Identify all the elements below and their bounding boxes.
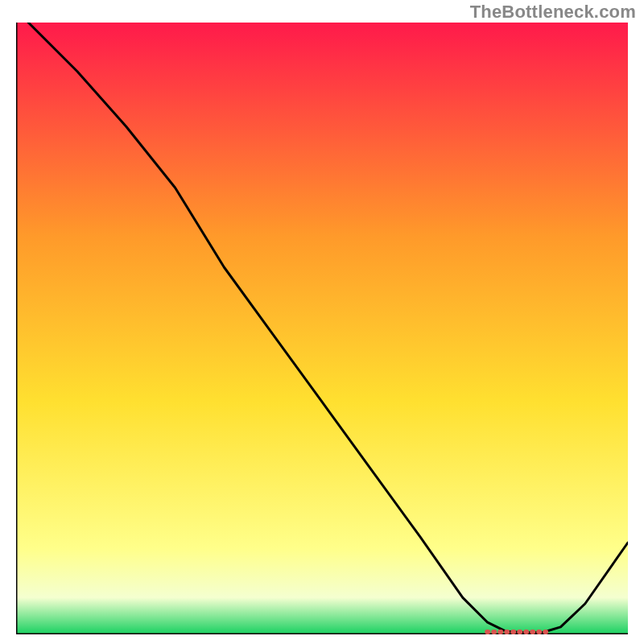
gradient-background [16,23,628,634]
chart-container: TheBottleneck.com [0,0,644,644]
plot-area [16,23,628,634]
chart-svg [16,23,628,634]
watermark-text: TheBottleneck.com [470,2,636,23]
